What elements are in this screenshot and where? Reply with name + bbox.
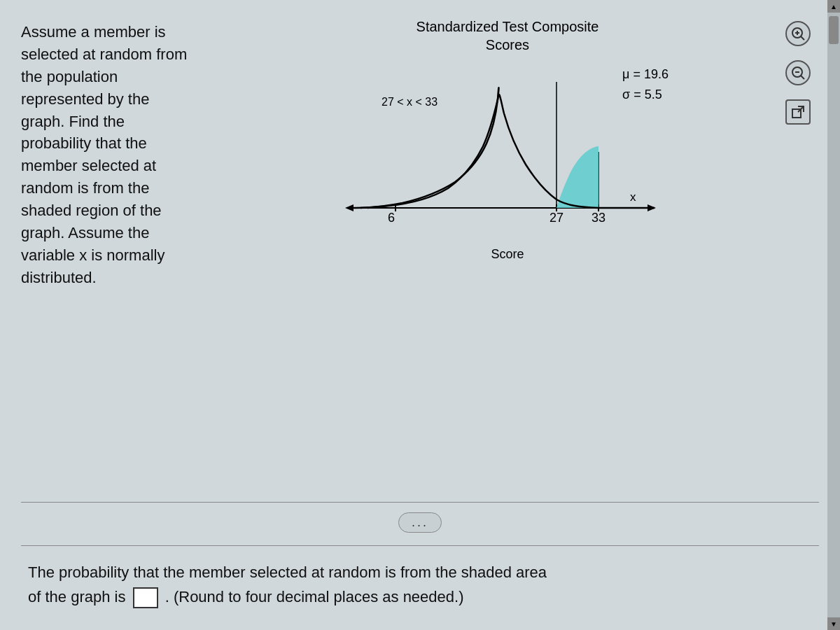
external-link-button[interactable] bbox=[785, 99, 811, 125]
scroll-up-button[interactable]: ▲ bbox=[827, 0, 840, 13]
svg-line-16 bbox=[801, 36, 804, 40]
answer-text-line1: The probability that the member selected… bbox=[28, 560, 812, 584]
problem-text: Assume a member is selected at random fr… bbox=[21, 14, 238, 495]
svg-line-19 bbox=[801, 76, 804, 79]
text-line-8: random is from the bbox=[21, 179, 149, 197]
divider-top bbox=[21, 502, 819, 503]
sigma-label: σ = 5.5 bbox=[622, 85, 668, 105]
svg-marker-2 bbox=[345, 204, 354, 211]
text-line-10: graph. Assume the bbox=[21, 224, 149, 241]
text-line-12: distributed. bbox=[21, 269, 97, 286]
divider-bottom bbox=[21, 545, 819, 546]
right-icons-panel bbox=[777, 14, 819, 495]
zoom-out-button[interactable] bbox=[785, 60, 811, 85]
answer-input-box[interactable] bbox=[133, 587, 158, 608]
text-line-1: Assume a member is bbox=[21, 23, 166, 41]
answer-text-line2: of the graph is . (Round to four decimal… bbox=[28, 584, 812, 609]
answer-section: The probability that the member selected… bbox=[21, 553, 819, 623]
text-line-9: shaded region of the bbox=[21, 202, 162, 219]
svg-text:33: 33 bbox=[592, 211, 606, 225]
text-line-11: variable x is normally bbox=[21, 246, 164, 264]
text-line-2: selected at random from bbox=[21, 46, 187, 63]
scroll-down-button[interactable]: ▼ bbox=[827, 617, 840, 630]
text-line-7: member selected at bbox=[21, 157, 156, 174]
graph-container: μ = 19.6 σ = 5.5 27 < x < 33 bbox=[340, 61, 676, 264]
condition-label: 27 < x < 33 bbox=[382, 96, 438, 108]
scrollbar[interactable]: ▲ ▼ bbox=[827, 0, 840, 630]
more-options-button[interactable]: ... bbox=[398, 512, 442, 533]
svg-text:x: x bbox=[630, 190, 636, 204]
score-label: Score bbox=[340, 247, 676, 262]
scroll-thumb[interactable] bbox=[829, 16, 839, 44]
graph-area: Standardized Test Composite Scores μ = 1… bbox=[238, 14, 777, 495]
stats-labels: μ = 19.6 σ = 5.5 bbox=[622, 64, 668, 105]
text-line-3: the population bbox=[21, 68, 118, 85]
zoom-in-icon bbox=[791, 27, 805, 41]
mu-label: μ = 19.6 bbox=[622, 64, 668, 85]
graph-title: Standardized Test Composite Scores bbox=[416, 18, 599, 54]
external-link-icon bbox=[791, 105, 805, 119]
zoom-out-icon bbox=[791, 66, 805, 80]
zoom-in-button[interactable] bbox=[785, 21, 811, 46]
text-line-6: probability that the bbox=[21, 134, 147, 152]
text-line-4: represented by the bbox=[21, 90, 149, 108]
svg-text:27: 27 bbox=[550, 211, 564, 225]
svg-text:6: 6 bbox=[388, 211, 395, 225]
text-line-5: graph. Find the bbox=[21, 113, 125, 130]
dots-btn-container: ... bbox=[21, 512, 819, 533]
